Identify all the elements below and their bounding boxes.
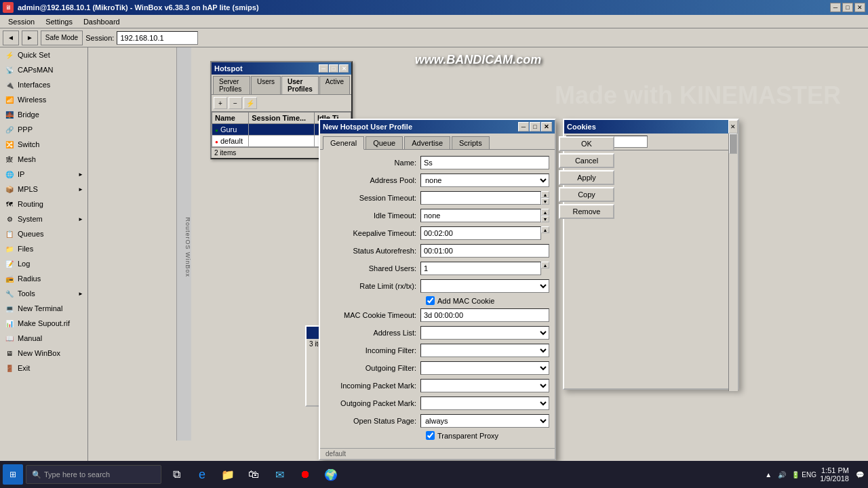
address-list-select[interactable] <box>420 326 549 340</box>
incoming-filter-select[interactable] <box>420 344 549 357</box>
sidebar-item-manual[interactable]: 📖 Manual <box>0 331 87 346</box>
session-input[interactable] <box>117 31 198 45</box>
sidebar-item-ppp[interactable]: 🔗 PPP <box>0 122 87 137</box>
date-display: 1/9/2018 <box>820 474 849 483</box>
spin-up-idle[interactable]: ▲ <box>541 209 549 216</box>
outgoing-filter-select[interactable] <box>420 361 549 375</box>
sidebar-item-mpls[interactable]: 📦 MPLS ► <box>0 182 87 197</box>
hotspot-maximize[interactable]: □ <box>329 64 338 73</box>
tab-general[interactable]: General <box>323 136 364 150</box>
taskbar-app-store[interactable]: 🛍 <box>241 462 266 487</box>
sidebar-item-log[interactable]: 📝 Log <box>0 256 87 271</box>
sidebar-item-newwinbox[interactable]: 🖥 New WinBox <box>0 346 87 361</box>
routing-icon: 🗺 <box>4 199 15 209</box>
sidebar-item-interfaces[interactable]: 🔌 Interfaces <box>0 77 87 92</box>
tab-queue[interactable]: Queue <box>366 136 403 149</box>
sidebar-item-capsman[interactable]: 📡 CAPsMAN <box>0 62 87 77</box>
sidebar-item-ip[interactable]: 🌐 IP ► <box>0 167 87 182</box>
spin-up[interactable]: ▲ <box>541 191 549 198</box>
sidebar-item-mesh[interactable]: 🕸 Mesh <box>0 152 87 167</box>
sidebar-item-quickset[interactable]: ⚡ Quick Set <box>0 47 87 62</box>
shared-users-input[interactable] <box>420 262 541 275</box>
scrollbar-thumb[interactable] <box>729 134 737 154</box>
maximize-button[interactable]: □ <box>842 3 853 12</box>
sidebar-item-wireless[interactable]: 📶 Wireless <box>0 92 87 107</box>
tab-user-profiles[interactable]: User Profiles <box>281 76 319 94</box>
sidebar-item-queues[interactable]: 📋 Queues <box>0 226 87 241</box>
filter-button[interactable]: ⚡ <box>243 97 257 109</box>
sidebar-item-routing[interactable]: 🗺 Routing <box>0 197 87 211</box>
taskbar-app-browser[interactable]: 🌍 <box>319 462 343 487</box>
routeros-text: RouterOS WinBox <box>176 47 191 441</box>
sidebar-item-switch[interactable]: 🔀 Switch <box>0 137 87 152</box>
taskbar-search[interactable]: 🔍 Type here to search <box>26 465 161 484</box>
sidebar-item-system[interactable]: ⚙ System ► <box>0 211 87 226</box>
spin-up-keepalive[interactable]: ▲ <box>541 226 549 233</box>
remove-button[interactable]: − <box>229 97 242 109</box>
taskbar-app-taskview[interactable]: ⧉ <box>164 462 189 487</box>
dialog-close[interactable]: ✕ <box>541 122 552 131</box>
keepalive-timeout-row: Keepalive Timeout: ▲ <box>326 226 549 241</box>
sidebar-item-bridge[interactable]: 🌉 Bridge <box>0 107 87 122</box>
add-button[interactable]: + <box>214 97 227 109</box>
time-display: 1:51 PM <box>820 466 849 474</box>
safe-mode-button[interactable]: Safe Mode <box>41 30 83 45</box>
menu-session[interactable]: Session <box>3 16 40 27</box>
apply-button[interactable]: Apply <box>559 170 614 185</box>
minimize-button[interactable]: ─ <box>830 3 841 12</box>
dialog-minimize[interactable]: ─ <box>518 122 529 131</box>
tab-active[interactable]: Active <box>319 76 350 94</box>
forward-button[interactable]: ► <box>22 30 38 45</box>
cookies-close-button[interactable]: ✕ <box>728 120 738 134</box>
taskbar-app-edge[interactable]: e <box>190 462 214 487</box>
sidebar-item-exit[interactable]: 🚪 Exit <box>0 361 87 375</box>
name-field[interactable] <box>420 156 549 169</box>
title-bar: 🖥 admin@192.168.10.1 (MikroTik) - WinBox… <box>0 0 868 15</box>
taskbar-app-explorer[interactable]: 📁 <box>216 462 240 487</box>
row-name: ● default <box>212 136 249 147</box>
mac-cookie-timeout-input[interactable] <box>420 308 549 322</box>
copy-button[interactable]: Copy <box>559 187 614 202</box>
sidebar-item-supout[interactable]: 📊 Make Supout.rif <box>0 316 87 331</box>
add-mac-cookie-checkbox[interactable] <box>426 296 435 305</box>
tab-users[interactable]: Users <box>251 76 281 94</box>
idle-timeout-input[interactable] <box>420 209 541 222</box>
menu-settings[interactable]: Settings <box>40 16 78 27</box>
sidebar-item-terminal[interactable]: 💻 New Terminal <box>0 301 87 316</box>
tab-server-profiles[interactable]: Server Profiles <box>213 76 250 94</box>
ok-button[interactable]: OK <box>559 136 614 151</box>
open-status-page-select[interactable]: always <box>420 414 549 428</box>
session-timeout-input[interactable] <box>420 191 541 205</box>
cancel-button[interactable]: Cancel <box>559 153 614 168</box>
spin-up-shared[interactable]: ▲ <box>541 262 549 268</box>
cookies-scrollbar[interactable] <box>728 134 738 391</box>
dialog-maximize[interactable]: □ <box>530 122 540 131</box>
sidebar-item-tools[interactable]: 🔧 Tools ► <box>0 286 87 301</box>
taskbar-app-mail[interactable]: ✉ <box>267 462 292 487</box>
tab-scripts[interactable]: Scripts <box>452 136 490 149</box>
sidebar-item-files[interactable]: 📁 Files <box>0 241 87 256</box>
close-button[interactable]: ✕ <box>854 3 865 12</box>
tab-advertise[interactable]: Advertise <box>404 136 450 149</box>
spin-down-idle[interactable]: ▼ <box>541 216 549 222</box>
incoming-pm-select[interactable] <box>420 379 549 392</box>
rate-limit-select[interactable] <box>420 279 549 293</box>
status-autorefresh-input[interactable] <box>420 244 549 258</box>
hotspot-minimize[interactable]: ─ <box>319 64 328 73</box>
notification-icon[interactable]: 💬 <box>854 469 865 480</box>
taskbar-app-media[interactable]: ⏺ <box>293 462 317 487</box>
remove-button[interactable]: Remove <box>559 204 614 219</box>
address-pool-select[interactable]: none <box>420 174 549 187</box>
menu-dashboard[interactable]: Dashboard <box>78 16 125 27</box>
hotspot-close[interactable]: ✕ <box>339 64 349 73</box>
spin-down[interactable]: ▼ <box>541 198 549 205</box>
mpls-icon: 📦 <box>4 184 15 195</box>
open-status-page-row: Open Status Page: always <box>326 413 549 428</box>
back-button[interactable]: ◄ <box>3 30 19 45</box>
keepalive-input[interactable] <box>420 226 541 240</box>
outgoing-pm-select[interactable] <box>420 396 549 410</box>
start-button[interactable]: ⊞ <box>3 464 23 485</box>
outgoing-filter-label: Outgoing Filter: <box>326 364 420 372</box>
sidebar-item-radius[interactable]: 📻 Radius <box>0 271 87 286</box>
transparent-proxy-checkbox[interactable] <box>426 431 435 440</box>
